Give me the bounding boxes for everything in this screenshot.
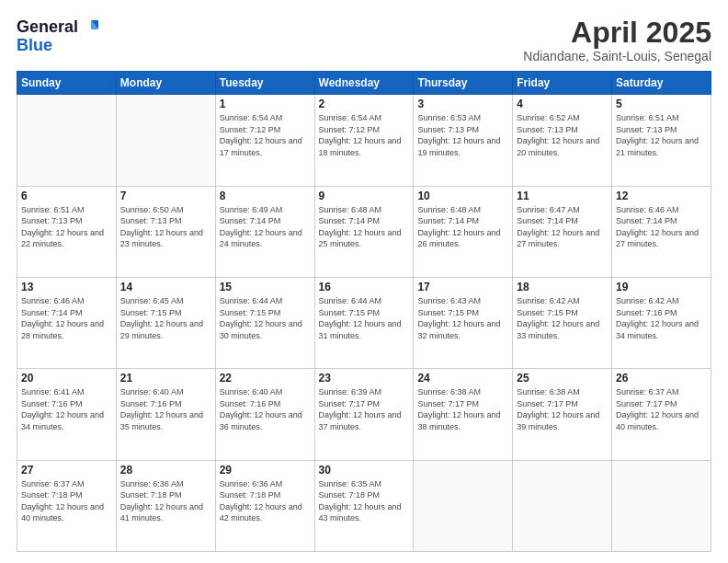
- day-number: 23: [319, 372, 410, 385]
- header: General Blue April 2025 Ndiandane, Saint…: [17, 17, 711, 63]
- table-row: 25Sunrise: 6:38 AMSunset: 7:17 PMDayligh…: [513, 369, 612, 460]
- table-row: 30Sunrise: 6:35 AMSunset: 7:18 PMDayligh…: [314, 460, 414, 551]
- day-info: Sunrise: 6:38 AMSunset: 7:17 PMDaylight:…: [517, 386, 608, 432]
- day-info: Sunrise: 6:38 AMSunset: 7:17 PMDaylight:…: [417, 386, 508, 432]
- table-row: 12Sunrise: 6:46 AMSunset: 7:14 PMDayligh…: [612, 186, 711, 277]
- calendar-table: Sunday Monday Tuesday Wednesday Thursday…: [17, 71, 711, 552]
- day-info: Sunrise: 6:53 AMSunset: 7:13 PMDaylight:…: [417, 112, 508, 158]
- table-row: 1Sunrise: 6:54 AMSunset: 7:12 PMDaylight…: [215, 95, 314, 186]
- day-info: Sunrise: 6:48 AMSunset: 7:14 PMDaylight:…: [319, 204, 410, 250]
- day-info: Sunrise: 6:54 AMSunset: 7:12 PMDaylight:…: [220, 112, 311, 158]
- day-number: 15: [220, 281, 311, 293]
- location-title: Ndiandane, Saint-Louis, Senegal: [523, 49, 711, 63]
- table-row: 19Sunrise: 6:42 AMSunset: 7:16 PMDayligh…: [612, 277, 711, 368]
- table-row: [612, 460, 711, 551]
- table-row: 17Sunrise: 6:43 AMSunset: 7:15 PMDayligh…: [414, 277, 513, 368]
- weekday-header-row: Sunday Monday Tuesday Wednesday Thursday…: [17, 72, 711, 95]
- table-row: [116, 95, 215, 186]
- table-row: [513, 460, 612, 551]
- table-row: 22Sunrise: 6:40 AMSunset: 7:16 PMDayligh…: [215, 369, 314, 460]
- day-number: 18: [517, 281, 608, 293]
- day-number: 19: [616, 281, 707, 293]
- table-row: 10Sunrise: 6:48 AMSunset: 7:14 PMDayligh…: [414, 186, 513, 277]
- day-info: Sunrise: 6:51 AMSunset: 7:13 PMDaylight:…: [616, 112, 707, 158]
- table-row: 24Sunrise: 6:38 AMSunset: 7:17 PMDayligh…: [414, 369, 513, 460]
- day-info: Sunrise: 6:39 AMSunset: 7:17 PMDaylight:…: [319, 386, 410, 432]
- day-number: 30: [319, 464, 410, 477]
- day-info: Sunrise: 6:52 AMSunset: 7:13 PMDaylight:…: [517, 112, 608, 158]
- day-info: Sunrise: 6:40 AMSunset: 7:16 PMDaylight:…: [220, 386, 311, 432]
- header-saturday: Saturday: [612, 72, 711, 95]
- page: General Blue April 2025 Ndiandane, Saint…: [0, 0, 728, 563]
- table-row: 11Sunrise: 6:47 AMSunset: 7:14 PMDayligh…: [513, 186, 612, 277]
- table-row: 26Sunrise: 6:37 AMSunset: 7:17 PMDayligh…: [612, 369, 711, 460]
- day-number: 1: [220, 98, 311, 110]
- calendar-week-row: 27Sunrise: 6:37 AMSunset: 7:18 PMDayligh…: [17, 460, 711, 551]
- table-row: 15Sunrise: 6:44 AMSunset: 7:15 PMDayligh…: [215, 277, 314, 368]
- day-info: Sunrise: 6:46 AMSunset: 7:14 PMDaylight:…: [21, 295, 112, 341]
- table-row: 2Sunrise: 6:54 AMSunset: 7:12 PMDaylight…: [314, 95, 414, 186]
- day-number: 8: [220, 190, 311, 202]
- day-info: Sunrise: 6:44 AMSunset: 7:15 PMDaylight:…: [220, 295, 311, 341]
- table-row: [17, 95, 117, 186]
- day-info: Sunrise: 6:35 AMSunset: 7:18 PMDaylight:…: [319, 478, 410, 524]
- day-info: Sunrise: 6:54 AMSunset: 7:12 PMDaylight:…: [319, 112, 410, 158]
- day-number: 16: [319, 281, 410, 293]
- logo-general: General: [17, 18, 78, 35]
- day-info: Sunrise: 6:42 AMSunset: 7:15 PMDaylight:…: [517, 295, 608, 341]
- day-info: Sunrise: 6:50 AMSunset: 7:13 PMDaylight:…: [120, 204, 211, 250]
- table-row: 18Sunrise: 6:42 AMSunset: 7:15 PMDayligh…: [513, 277, 612, 368]
- day-number: 29: [220, 464, 311, 477]
- calendar-week-row: 1Sunrise: 6:54 AMSunset: 7:12 PMDaylight…: [17, 95, 711, 186]
- table-row: 3Sunrise: 6:53 AMSunset: 7:13 PMDaylight…: [414, 95, 513, 186]
- header-wednesday: Wednesday: [314, 72, 414, 95]
- calendar-week-row: 20Sunrise: 6:41 AMSunset: 7:16 PMDayligh…: [17, 369, 711, 460]
- day-info: Sunrise: 6:37 AMSunset: 7:18 PMDaylight:…: [21, 478, 112, 524]
- header-friday: Friday: [513, 72, 612, 95]
- month-title: April 2025: [523, 17, 711, 49]
- table-row: 28Sunrise: 6:36 AMSunset: 7:18 PMDayligh…: [116, 460, 215, 551]
- day-number: 13: [21, 281, 112, 293]
- table-row: 16Sunrise: 6:44 AMSunset: 7:15 PMDayligh…: [314, 277, 414, 368]
- day-number: 3: [417, 98, 508, 110]
- day-number: 20: [21, 372, 112, 385]
- day-info: Sunrise: 6:37 AMSunset: 7:17 PMDaylight:…: [616, 386, 707, 432]
- day-info: Sunrise: 6:51 AMSunset: 7:13 PMDaylight:…: [21, 204, 112, 250]
- table-row: 20Sunrise: 6:41 AMSunset: 7:16 PMDayligh…: [17, 369, 117, 460]
- day-number: 12: [616, 190, 707, 202]
- day-info: Sunrise: 6:36 AMSunset: 7:18 PMDaylight:…: [220, 478, 311, 524]
- calendar-week-row: 6Sunrise: 6:51 AMSunset: 7:13 PMDaylight…: [17, 186, 711, 277]
- table-row: 7Sunrise: 6:50 AMSunset: 7:13 PMDaylight…: [116, 186, 215, 277]
- table-row: 9Sunrise: 6:48 AMSunset: 7:14 PMDaylight…: [314, 186, 414, 277]
- day-number: 7: [120, 190, 211, 202]
- table-row: 6Sunrise: 6:51 AMSunset: 7:13 PMDaylight…: [17, 186, 117, 277]
- header-tuesday: Tuesday: [215, 72, 314, 95]
- logo: General Blue: [17, 17, 98, 53]
- table-row: 27Sunrise: 6:37 AMSunset: 7:18 PMDayligh…: [17, 460, 117, 551]
- table-row: 13Sunrise: 6:46 AMSunset: 7:14 PMDayligh…: [17, 277, 117, 368]
- day-number: 4: [517, 98, 608, 110]
- day-number: 11: [517, 190, 608, 202]
- day-info: Sunrise: 6:36 AMSunset: 7:18 PMDaylight:…: [120, 478, 211, 524]
- header-monday: Monday: [116, 72, 215, 95]
- day-number: 17: [417, 281, 508, 293]
- table-row: 4Sunrise: 6:52 AMSunset: 7:13 PMDaylight…: [513, 95, 612, 186]
- day-number: 2: [319, 98, 410, 110]
- title-area: April 2025 Ndiandane, Saint-Louis, Seneg…: [523, 17, 711, 63]
- logo-blue: Blue: [17, 37, 98, 53]
- day-number: 5: [616, 98, 707, 110]
- calendar-week-row: 13Sunrise: 6:46 AMSunset: 7:14 PMDayligh…: [17, 277, 711, 368]
- table-row: [414, 460, 513, 551]
- header-thursday: Thursday: [414, 72, 513, 95]
- table-row: 29Sunrise: 6:36 AMSunset: 7:18 PMDayligh…: [215, 460, 314, 551]
- day-info: Sunrise: 6:48 AMSunset: 7:14 PMDaylight:…: [417, 204, 508, 250]
- day-number: 26: [616, 372, 707, 385]
- table-row: 14Sunrise: 6:45 AMSunset: 7:15 PMDayligh…: [116, 277, 215, 368]
- day-number: 25: [517, 372, 608, 385]
- day-number: 28: [120, 464, 211, 477]
- logo-icon: [78, 17, 98, 37]
- table-row: 8Sunrise: 6:49 AMSunset: 7:14 PMDaylight…: [215, 186, 314, 277]
- day-info: Sunrise: 6:40 AMSunset: 7:16 PMDaylight:…: [120, 386, 211, 432]
- day-info: Sunrise: 6:41 AMSunset: 7:16 PMDaylight:…: [21, 386, 112, 432]
- day-number: 14: [120, 281, 211, 293]
